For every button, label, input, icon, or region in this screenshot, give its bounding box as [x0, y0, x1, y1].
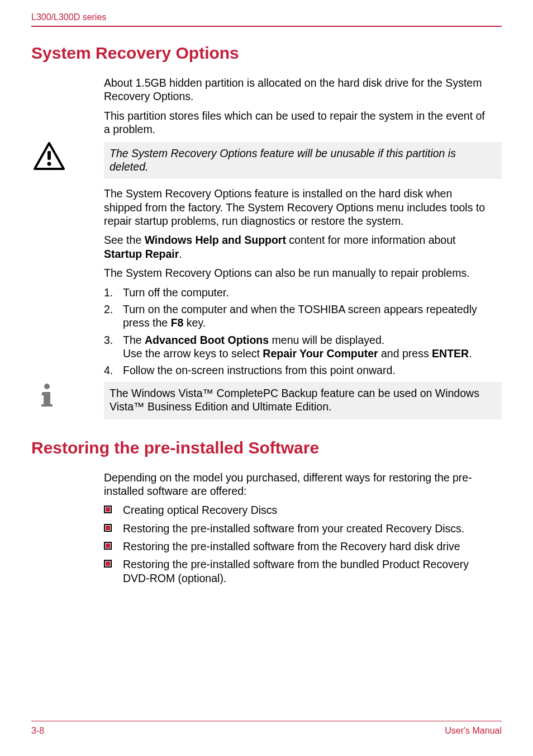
step-item: Follow the on-screen instructions from t…	[104, 363, 491, 377]
page-number: 3-8	[31, 726, 44, 736]
footer-row: 3-8 User's Manual	[31, 726, 502, 736]
page-header: L300/L300D series	[31, 12, 502, 27]
paragraph-text: See the Windows Help and Support content…	[104, 233, 491, 261]
main-instructions-block: The System Recovery Options feature is i…	[104, 187, 491, 377]
step-text: key.	[183, 316, 206, 329]
step-text: and press	[378, 347, 432, 360]
bold-text: F8	[171, 316, 184, 329]
bullet-list: Creating optical Recovery Discs Restorin…	[104, 503, 491, 585]
text-span: See the	[104, 234, 145, 246]
header-divider	[31, 26, 502, 27]
square-bullet-icon	[104, 505, 112, 513]
steps-list: Turn off the computer. Turn on the compu…	[104, 286, 491, 377]
info-callout: The Windows Vista™ CompletePC Backup fea…	[31, 382, 502, 419]
warning-callout: The System Recovery Options feature will…	[31, 142, 502, 179]
warning-triangle-icon	[34, 142, 104, 170]
step-text: Follow the on-screen instructions from t…	[123, 364, 396, 376]
bullet-item: Restoring the pre-installed software fro…	[104, 540, 491, 553]
bullet-text: Restoring the pre-installed software fro…	[123, 522, 464, 535]
bullet-text: Restoring the pre-installed software fro…	[123, 540, 460, 552]
paragraph-text: The System Recovery Options can also be …	[104, 266, 491, 280]
heading-restoring-preinstalled-software: Restoring the pre-installed Software	[31, 438, 502, 457]
step-item: Turn off the computer.	[104, 286, 491, 299]
step-text: Turn off the computer.	[123, 286, 229, 299]
bullet-item: Restoring the pre-installed software fro…	[104, 522, 491, 535]
paragraph-text: This partition stores files which can be…	[104, 109, 491, 136]
square-bullet-icon	[104, 524, 112, 532]
intro-block: About 1.5GB hidden partition is allocate…	[104, 76, 491, 136]
step-item: Turn on the computer and when the TOSHIB…	[104, 303, 491, 330]
svg-point-3	[47, 162, 51, 166]
step-text: The	[123, 334, 145, 346]
paragraph-text: Depending on the model you purchased, di…	[104, 471, 491, 498]
bold-text: Repair Your Computer	[263, 347, 378, 360]
svg-point-4	[44, 384, 50, 389]
warning-icon-wrap	[31, 142, 104, 170]
header-series-text: L300/L300D series	[31, 12, 502, 22]
info-icon-wrap	[31, 382, 104, 409]
footer-divider	[31, 721, 502, 721]
info-icon	[34, 382, 104, 409]
page-footer: 3-8 User's Manual	[31, 721, 502, 736]
step-text: Use the arrow keys to select	[123, 347, 263, 360]
heading-system-recovery-options: System Recovery Options	[31, 44, 502, 63]
bold-text: ENTER	[432, 347, 469, 360]
step-text: menu will be displayed.	[269, 334, 384, 346]
paragraph-text: About 1.5GB hidden partition is allocate…	[104, 76, 491, 103]
restoring-block: Depending on the model you purchased, di…	[104, 471, 491, 585]
bold-text: Advanced Boot Options	[145, 334, 269, 346]
paragraph-text: The System Recovery Options feature is i…	[104, 187, 491, 228]
bold-text: Windows Help and Support	[145, 234, 286, 246]
bullet-item: Restoring the pre-installed software fro…	[104, 557, 491, 585]
bullet-text: Creating optical Recovery Discs	[123, 504, 277, 516]
svg-rect-2	[47, 151, 51, 160]
text-span: .	[179, 248, 182, 260]
square-bullet-icon	[104, 560, 112, 568]
square-bullet-icon	[104, 542, 112, 550]
info-text-box: The Windows Vista™ CompletePC Backup fea…	[104, 382, 502, 419]
warning-text: The System Recovery Options feature will…	[110, 147, 494, 174]
info-text: The Windows Vista™ CompletePC Backup fea…	[110, 386, 494, 414]
bullet-text: Restoring the pre-installed software fro…	[123, 558, 469, 584]
step-text: .	[469, 347, 472, 360]
footer-label: User's Manual	[445, 726, 502, 736]
bold-text: Startup Repair	[104, 248, 179, 260]
warning-text-box: The System Recovery Options feature will…	[104, 142, 502, 179]
bullet-item: Creating optical Recovery Discs	[104, 503, 491, 517]
text-span: content for more information about	[286, 234, 456, 246]
step-item: The Advanced Boot Options menu will be d…	[104, 333, 491, 361]
